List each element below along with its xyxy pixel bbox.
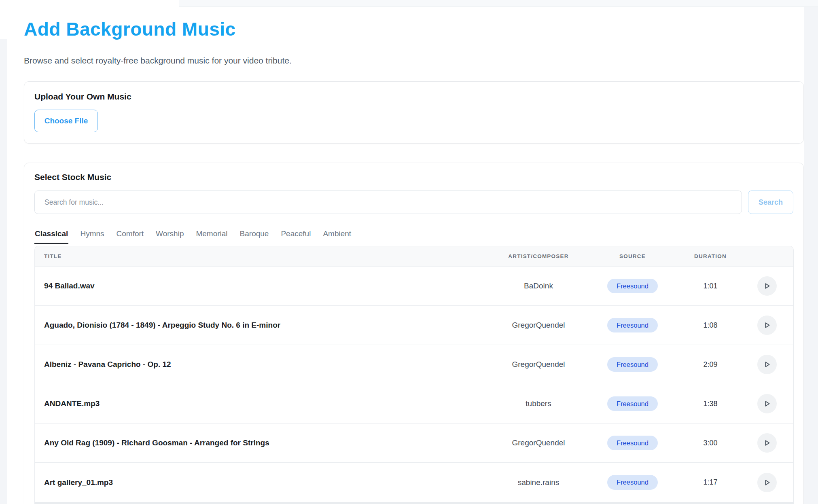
page-subtitle: Browse and select royalty-free backgroun… bbox=[24, 56, 804, 66]
track-row[interactable]: Albeniz - Pavana Capricho - Op. 12Gregor… bbox=[35, 345, 793, 384]
track-source-cell: Freesound bbox=[585, 436, 680, 451]
track-source-cell: Freesound bbox=[585, 396, 680, 411]
tab-peaceful[interactable]: Peaceful bbox=[280, 229, 311, 244]
track-duration: 1:38 bbox=[680, 400, 741, 408]
tab-comfort[interactable]: Comfort bbox=[116, 229, 144, 244]
play-icon bbox=[763, 400, 771, 408]
tab-classical[interactable]: Classical bbox=[34, 229, 68, 244]
track-duration: 3:00 bbox=[680, 439, 741, 447]
track-play-cell bbox=[741, 355, 793, 374]
column-header-title: Title bbox=[35, 253, 492, 259]
track-duration: 2:09 bbox=[680, 360, 741, 369]
tab-hymns[interactable]: Hymns bbox=[80, 229, 104, 244]
page-background-strip bbox=[179, 0, 818, 7]
track-source-cell: Freesound bbox=[585, 475, 680, 490]
track-title: Albeniz - Pavana Capricho - Op. 12 bbox=[35, 360, 492, 369]
play-icon bbox=[763, 282, 771, 290]
search-input[interactable] bbox=[34, 191, 742, 214]
track-title: 94 Ballad.wav bbox=[35, 282, 492, 290]
play-icon bbox=[763, 321, 771, 329]
track-duration: 1:17 bbox=[680, 478, 741, 487]
track-artist: sabine.rains bbox=[492, 478, 585, 487]
track-title: Aguado, Dionisio (1784 - 1849) - Arpeggi… bbox=[35, 321, 492, 330]
source-badge: Freesound bbox=[607, 318, 658, 333]
track-row[interactable]: Art gallery_01.mp3sabine.rainsFreesound1… bbox=[35, 463, 793, 502]
track-row[interactable]: Aguado, Dionisio (1784 - 1849) - Arpeggi… bbox=[35, 306, 793, 345]
track-artist: GregorQuendel bbox=[492, 438, 585, 447]
stock-card-heading: Select Stock Music bbox=[34, 172, 793, 182]
source-badge: Freesound bbox=[607, 436, 658, 451]
music-table: TitleArtist/ComposerSourceDuration 94 Ba… bbox=[34, 246, 794, 502]
track-row[interactable]: Any Old Rag (1909) - Richard Goosman - A… bbox=[35, 424, 793, 463]
play-button[interactable] bbox=[757, 355, 777, 374]
table-header-row: TitleArtist/ComposerSourceDuration bbox=[35, 246, 793, 267]
track-row[interactable]: ANDANTE.mp3tubbersFreesound1:38 bbox=[35, 384, 793, 424]
search-row: Search bbox=[34, 191, 793, 214]
page-title: Add Background Music bbox=[24, 19, 804, 39]
track-artist: GregorQuendel bbox=[492, 360, 585, 369]
track-duration: 1:01 bbox=[680, 282, 741, 290]
table-body: 94 Ballad.wavBaDoinkFreesound1:01Aguado,… bbox=[35, 267, 793, 502]
upload-card-heading: Upload Your Own Music bbox=[34, 91, 793, 102]
play-button[interactable] bbox=[757, 276, 777, 296]
source-badge: Freesound bbox=[607, 396, 658, 411]
stock-music-card: Select Stock Music Search ClassicalHymns… bbox=[24, 163, 804, 504]
source-badge: Freesound bbox=[607, 279, 658, 294]
track-play-cell bbox=[741, 433, 793, 453]
track-artist: GregorQuendel bbox=[492, 321, 585, 330]
tab-memorial[interactable]: Memorial bbox=[195, 229, 228, 244]
track-play-cell bbox=[741, 276, 793, 296]
play-button[interactable] bbox=[757, 473, 777, 492]
track-row[interactable]: 94 Ballad.wavBaDoinkFreesound1:01 bbox=[35, 267, 793, 306]
source-badge: Freesound bbox=[607, 357, 658, 372]
track-title: ANDANTE.mp3 bbox=[35, 399, 492, 408]
category-tabs: ClassicalHymnsComfortWorshipMemorialBaro… bbox=[34, 229, 793, 244]
column-header-source: Source bbox=[585, 253, 680, 259]
play-icon bbox=[763, 360, 771, 368]
track-source-cell: Freesound bbox=[585, 357, 680, 372]
track-play-cell bbox=[741, 473, 793, 492]
upload-music-card: Upload Your Own Music Choose File bbox=[24, 81, 804, 144]
column-header-artist-composer: Artist/Composer bbox=[492, 253, 585, 259]
choose-file-button[interactable]: Choose File bbox=[34, 110, 98, 132]
track-artist: tubbers bbox=[492, 399, 585, 408]
play-button[interactable] bbox=[757, 433, 777, 453]
source-badge: Freesound bbox=[607, 475, 658, 490]
play-icon bbox=[763, 439, 771, 447]
tab-worship[interactable]: Worship bbox=[155, 229, 184, 244]
main-panel: Add Background Music Browse and select r… bbox=[7, 7, 804, 504]
play-button[interactable] bbox=[757, 394, 777, 413]
play-icon bbox=[763, 479, 771, 487]
tab-ambient[interactable]: Ambient bbox=[322, 229, 352, 244]
track-duration: 1:08 bbox=[680, 321, 741, 330]
track-play-cell bbox=[741, 316, 793, 335]
play-button[interactable] bbox=[757, 316, 777, 335]
tab-baroque[interactable]: Baroque bbox=[239, 229, 269, 244]
track-source-cell: Freesound bbox=[585, 318, 680, 333]
column-header-duration: Duration bbox=[680, 253, 741, 259]
table-footer bbox=[34, 502, 794, 504]
track-artist: BaDoink bbox=[492, 282, 585, 290]
track-play-cell bbox=[741, 394, 793, 413]
track-source-cell: Freesound bbox=[585, 279, 680, 294]
search-button[interactable]: Search bbox=[748, 191, 793, 214]
track-title: Art gallery_01.mp3 bbox=[35, 478, 492, 487]
track-title: Any Old Rag (1909) - Richard Goosman - A… bbox=[35, 438, 492, 447]
